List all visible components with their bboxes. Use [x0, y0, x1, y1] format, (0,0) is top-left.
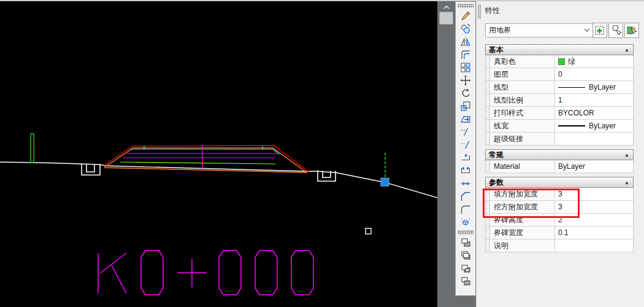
- scrollbar-up-button[interactable]: [441, 4, 452, 11]
- offset-button[interactable]: [458, 48, 473, 61]
- collapse-arrow-icon[interactable]: ▲: [624, 152, 633, 158]
- quick-select-button[interactable]: [624, 23, 639, 38]
- select-objects-icon: [610, 25, 621, 36]
- selection-grip: [381, 178, 389, 186]
- explode-button[interactable]: [458, 216, 473, 228]
- palette-grip[interactable]: [478, 4, 481, 19]
- property-value-text: ByLayer: [558, 162, 585, 171]
- join-button[interactable]: [458, 177, 473, 190]
- scrollbar-thumb[interactable]: [439, 12, 453, 25]
- chamfer-button[interactable]: [458, 190, 473, 203]
- property-label: 真彩色: [490, 55, 555, 68]
- property-value[interactable]: [555, 239, 633, 252]
- row-indent: [486, 239, 490, 252]
- scale-button[interactable]: [458, 99, 473, 112]
- draworder-toolbar-grip[interactable]: [458, 230, 473, 235]
- property-value-text: ByLayer: [589, 83, 616, 91]
- stretch-button[interactable]: [458, 112, 473, 125]
- array-icon: [460, 62, 471, 73]
- property-row: 线宽ByLayer: [485, 120, 634, 133]
- pickadd-toggle-button[interactable]: [592, 23, 607, 38]
- property-value-text: BYCOLOR: [558, 109, 594, 117]
- break-icon: [460, 165, 471, 176]
- cross-section-drawing: [0, 1, 437, 307]
- move-button[interactable]: [458, 74, 473, 87]
- erase-icon: [460, 10, 471, 21]
- object-type-dropdown[interactable]: 用地界: [485, 23, 593, 37]
- draw-order-send-under-button[interactable]: [458, 274, 473, 287]
- property-row: 线型ByLayer: [485, 81, 634, 94]
- station-label: [98, 251, 313, 295]
- collapse-arrow-icon[interactable]: ▲: [624, 47, 633, 53]
- fillet-icon: [460, 204, 471, 215]
- property-value[interactable]: BYCOLOR: [555, 107, 633, 119]
- copy-button[interactable]: [458, 22, 473, 35]
- row-indent: [486, 227, 490, 239]
- property-value-text: 0.1: [558, 228, 569, 237]
- extend-button[interactable]: [458, 138, 473, 151]
- explode-icon: [460, 217, 471, 228]
- shoulder-line: [120, 162, 275, 164]
- property-label: 超级链接: [490, 133, 555, 145]
- break-at-point-button[interactable]: [458, 151, 473, 164]
- property-label: 线型: [490, 81, 555, 93]
- pickadd-toggle-icon: [594, 25, 605, 36]
- select-objects-button[interactable]: [608, 23, 623, 38]
- property-value[interactable]: 绿: [555, 55, 633, 68]
- property-row: 打印样式BYCOLOR: [485, 107, 634, 120]
- property-value-text: 1: [558, 96, 562, 104]
- property-value[interactable]: ByLayer: [555, 81, 633, 93]
- property-label: 界碑宽度: [490, 227, 555, 239]
- property-label: 打印样式: [490, 107, 555, 119]
- toolbar-grip[interactable]: [458, 4, 473, 8]
- property-value[interactable]: 0: [555, 68, 633, 80]
- draw-order-bring-to-front-button[interactable]: [458, 236, 473, 249]
- join-icon: [460, 178, 471, 189]
- draw-order-bring-above-button[interactable]: [458, 262, 473, 274]
- chamfer-icon: [460, 191, 471, 202]
- highlight-box: [483, 188, 580, 218]
- property-value[interactable]: 1: [555, 94, 633, 106]
- rotate-button[interactable]: [458, 87, 473, 99]
- mirror-button[interactable]: [458, 35, 473, 48]
- collapse-arrow-icon[interactable]: ▲: [624, 180, 633, 185]
- rotate-icon: [460, 88, 471, 99]
- property-row: MaterialByLayer: [485, 160, 634, 173]
- fillet-button[interactable]: [458, 203, 473, 216]
- left-ditch: [82, 164, 100, 175]
- drawing-canvas[interactable]: [0, 1, 437, 307]
- break-button[interactable]: [458, 164, 473, 177]
- section-header[interactable]: 基本▲: [485, 44, 634, 55]
- break-at-point-icon: [460, 152, 471, 163]
- draw-order-send-to-back-button[interactable]: [458, 249, 473, 262]
- vertical-scrollbar[interactable]: [438, 1, 454, 307]
- stretch-icon: [460, 114, 471, 125]
- array-button[interactable]: [458, 61, 473, 74]
- property-row: 图层0: [485, 68, 634, 81]
- section-header[interactable]: 常规▲: [485, 149, 634, 160]
- property-value[interactable]: ByLayer: [555, 120, 633, 132]
- copy-icon: [460, 23, 471, 34]
- erase-button[interactable]: [458, 9, 473, 22]
- property-value[interactable]: 0.1: [555, 227, 633, 239]
- draw-order-bring-above-icon: [460, 263, 471, 274]
- row-indent: [486, 160, 490, 173]
- offset-icon: [460, 49, 471, 60]
- property-row: 超级链接: [485, 133, 634, 146]
- property-label: 线型比例: [490, 94, 555, 106]
- property-label: 说明: [490, 239, 555, 252]
- trim-button[interactable]: [458, 125, 473, 138]
- section-header[interactable]: 参数▲: [485, 177, 634, 188]
- property-label: Material: [490, 160, 555, 173]
- pavement-line: [130, 146, 279, 154]
- row-indent: [486, 107, 490, 119]
- scale-icon: [460, 101, 471, 112]
- row-indent: [486, 94, 490, 106]
- property-label: 线宽: [490, 120, 555, 132]
- property-value[interactable]: [555, 133, 633, 145]
- row-indent: [486, 120, 490, 132]
- trim-icon: [460, 126, 471, 138]
- section-title: 参数: [486, 177, 624, 188]
- property-value[interactable]: ByLayer: [555, 160, 633, 173]
- draw-order-send-to-back-icon: [460, 250, 471, 261]
